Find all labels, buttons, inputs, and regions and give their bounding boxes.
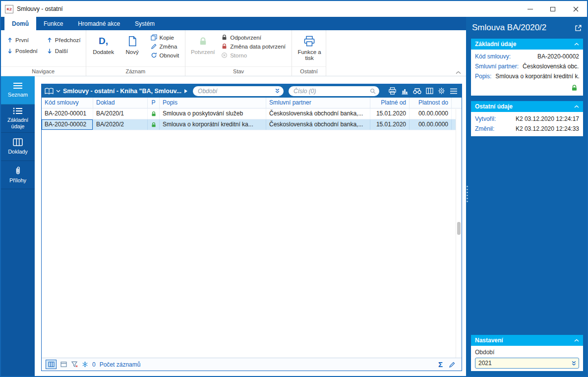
copy-icon (151, 34, 157, 41)
tab-funkce[interactable]: Funkce (36, 17, 70, 30)
table-row-selected[interactable]: BA-2020-00002 BA/2020/2 Smlouva o korpor… (42, 119, 462, 130)
table-row[interactable]: BA-2020-00001 BA/2020/1 Smlouva o poskyt… (42, 108, 462, 119)
field-value: BA-2020-00002 (537, 53, 579, 60)
obdobi-dropdown-icon[interactable] (571, 361, 577, 366)
storno-button[interactable]: Storno (219, 52, 288, 59)
detail-panel: Smlouva BA/2020/2 Základní údaje (466, 17, 587, 376)
period-dropdown-icon[interactable] (275, 88, 280, 94)
search-icon[interactable] (370, 88, 376, 94)
tab-system[interactable]: Systém (127, 17, 162, 30)
record-lock-status (475, 81, 579, 93)
sidebar-item-doklady[interactable]: Doklady (1, 133, 35, 161)
gear-icon (438, 87, 445, 95)
section-header-zakladni[interactable]: Základní údaje (471, 39, 583, 50)
filter-button[interactable] (71, 361, 78, 368)
record-count-label: Počet záznamů (100, 361, 141, 368)
field-kod-smlouvy: Kód smlouvy: BA-2020-00002 (475, 52, 579, 61)
scrollbar-thumb[interactable] (457, 222, 461, 235)
number-search-input[interactable] (289, 86, 379, 96)
column-header-smluvni-partner[interactable]: Smluvní partner (266, 98, 370, 108)
ribbon-group-navigace: První Poslední Předchozí (1, 30, 86, 76)
book-dropdown-button[interactable] (56, 90, 60, 93)
section-title: Nastavení (475, 337, 503, 344)
sidebar-item-label: Základní údaje (2, 117, 34, 129)
obnovit-button[interactable]: Obnovit (149, 52, 181, 59)
odpotvrzeni-label: Odpotvrzení (230, 35, 261, 41)
minimize-button[interactable] (519, 1, 541, 17)
columns-button[interactable] (426, 88, 433, 94)
zmena-button[interactable]: Změna (149, 43, 181, 50)
cell-partner: Československá obchodní banka,... (266, 108, 370, 119)
edit-button[interactable] (449, 361, 456, 368)
novy-button[interactable]: Nový (118, 33, 147, 66)
zmena-data-potvrzeni-button[interactable]: Změna data potvrzení (219, 43, 288, 50)
obdobi-input[interactable] (475, 358, 579, 369)
cell-popis: Smlouva o poskytování služeb (160, 108, 266, 119)
column-header-filler (452, 98, 462, 108)
close-button[interactable] (564, 1, 587, 17)
storno-label: Storno (230, 53, 247, 58)
printer-icon (388, 87, 397, 95)
open-in-window-button[interactable] (575, 24, 582, 32)
lock-icon (221, 43, 228, 50)
expand-title-button[interactable] (184, 89, 188, 94)
ribbon-collapse-button[interactable] (456, 71, 461, 74)
cell-platnost-do: 00.00.0000 (410, 108, 452, 119)
section-header-nastaveni[interactable]: Nastavení (471, 335, 583, 346)
settings-button[interactable] (438, 87, 445, 95)
prvni-button[interactable]: První (5, 35, 40, 46)
ribbon-group-stav: Potvrzení Odpotvrzení (185, 30, 292, 76)
kopie-button[interactable]: Kopie (149, 34, 181, 41)
panel-splitter[interactable] (467, 186, 468, 202)
view-grid-toggle[interactable] (46, 360, 57, 369)
columns-icon (426, 88, 433, 94)
advanced-search-button[interactable] (413, 88, 421, 94)
predchozi-button[interactable]: Předchozí (45, 35, 83, 46)
bar-chart-icon (401, 88, 409, 95)
cell-kod: BA-2020-00001 (42, 108, 93, 119)
column-header-kod-smlouvy[interactable]: Kód smlouvy (42, 98, 93, 108)
play-icon (184, 89, 188, 94)
column-header-platne-od[interactable]: Platné od (370, 98, 410, 108)
kopie-label: Kopie (160, 35, 174, 41)
book-button[interactable] (45, 88, 54, 95)
column-header-platnost-do[interactable]: Platnost do (410, 98, 452, 108)
frozen-records-button[interactable] (82, 361, 88, 368)
sum-button[interactable]: Σ (438, 361, 443, 368)
maximize-button[interactable] (541, 1, 564, 17)
posledni-button[interactable]: Poslední (5, 46, 40, 56)
period-input[interactable] (193, 86, 284, 96)
number-search (289, 86, 379, 96)
view-form-toggle[interactable] (60, 362, 67, 367)
tab-domu[interactable]: Domů (4, 17, 36, 30)
sidebar-item-prilohy[interactable]: Přílohy (1, 161, 35, 189)
field-value: Smlouva o korporátní kreditní k... (495, 73, 579, 80)
vertical-scrollbar[interactable] (456, 109, 462, 358)
print-button[interactable] (388, 87, 397, 95)
arrow-up-icon (7, 37, 13, 43)
tab-hromadne-akce[interactable]: Hromadné akce (70, 17, 127, 30)
collapse-chevron-icon[interactable] (574, 43, 579, 46)
chart-button[interactable] (401, 88, 409, 95)
section-header-ostatni[interactable]: Ostatní údaje (471, 101, 583, 112)
sidebar-item-zakladni-udaje[interactable]: Základní údaje (1, 105, 35, 133)
dodatek-button[interactable]: D, Dodatek (89, 33, 118, 66)
column-header-popis[interactable]: Popis (160, 98, 266, 108)
potvrzeni-button[interactable]: Potvrzení (188, 33, 217, 66)
menu-button[interactable] (450, 88, 458, 94)
field-zmenil: Změnil: K2 03.12.2020 12:24:33 (475, 124, 579, 134)
collapse-chevron-icon[interactable] (574, 105, 579, 108)
column-header-p[interactable]: P (148, 98, 160, 108)
cell-lock (148, 108, 160, 119)
dalsi-button[interactable]: Další (45, 46, 83, 56)
sidebar-item-seznam[interactable]: Seznam (1, 76, 35, 105)
paperclip-icon (14, 166, 21, 175)
funkce-a-tisk-button[interactable]: Funkce a tisk (295, 33, 324, 66)
field-label: Popis: (475, 73, 491, 80)
cell-doklad: BA/2020/2 (93, 119, 148, 130)
odpotvrzeni-button[interactable]: Odpotvrzení (219, 34, 288, 41)
potvrzeni-label: Potvrzení (191, 49, 215, 55)
record-browser: Smlouvy - ostatní - Kniha "BA, Smlouv... (41, 84, 462, 371)
collapse-chevron-icon[interactable] (574, 339, 579, 342)
column-header-doklad[interactable]: Doklad (93, 98, 148, 108)
